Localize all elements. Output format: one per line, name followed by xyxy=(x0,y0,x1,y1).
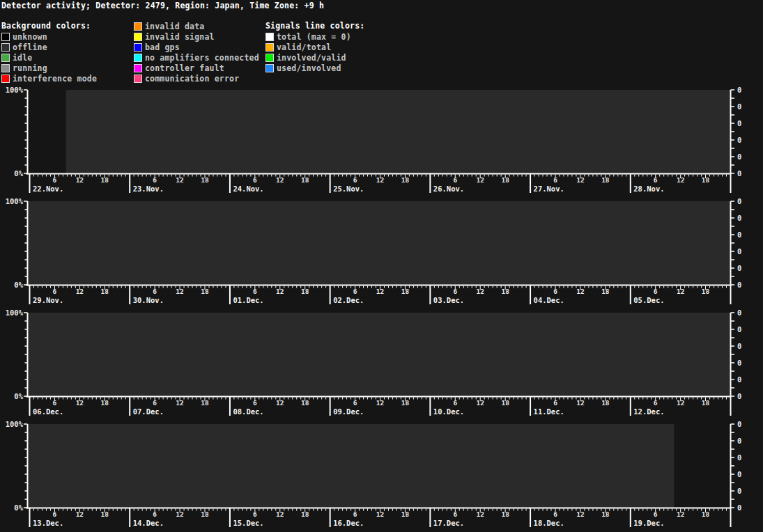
hour-label: 18 xyxy=(601,510,610,518)
background-segment-offline xyxy=(66,90,731,173)
hour-label: 12 xyxy=(276,176,284,184)
date-label: 10.Dec. xyxy=(433,407,464,416)
hour-label: 18 xyxy=(702,510,710,518)
hour-label: 18 xyxy=(101,288,109,295)
y-label-100: 100% xyxy=(6,308,24,317)
right-axis-label: 0 xyxy=(737,86,741,94)
hour-label: 6 xyxy=(553,510,557,518)
right-axis-label: 0 xyxy=(737,197,741,205)
right-axis-label: 0 xyxy=(737,230,741,239)
right-axis-label: 0 xyxy=(737,119,741,127)
legend-item-involved-valid: involved/valid xyxy=(265,52,364,63)
legend-item-invalid-signal: invalid signal xyxy=(134,31,259,42)
hour-label: 6 xyxy=(353,288,357,295)
date-label: 18.Dec. xyxy=(534,519,564,527)
color-swatch-icon xyxy=(265,33,274,41)
color-swatch-icon xyxy=(265,54,274,62)
y-label-100: 100% xyxy=(6,420,24,428)
hour-label: 6 xyxy=(553,176,557,184)
hour-label: 12 xyxy=(476,399,484,407)
legend-item-label: invalid data xyxy=(145,22,204,31)
hour-label: 18 xyxy=(101,510,109,518)
hour-label: 18 xyxy=(401,288,410,295)
date-label: 07.Dec. xyxy=(133,407,164,416)
color-swatch-icon xyxy=(134,64,142,72)
date-label: 04.Dec. xyxy=(534,296,564,304)
date-label: 03.Dec. xyxy=(433,296,464,304)
right-axis-label: 0 xyxy=(737,375,741,384)
color-swatch-icon xyxy=(134,75,142,83)
hour-label: 12 xyxy=(176,176,183,184)
legend-item-offline: offline xyxy=(1,42,97,52)
hour-label: 12 xyxy=(176,510,183,518)
right-axis-label: 0 xyxy=(737,247,741,256)
hour-label: 6 xyxy=(353,399,357,407)
hour-label: 12 xyxy=(376,288,384,295)
hour-label: 6 xyxy=(153,176,157,184)
date-label: 06.Dec. xyxy=(33,407,63,416)
hour-label: 6 xyxy=(654,176,658,184)
hour-label: 6 xyxy=(453,176,457,184)
date-label: 16.Dec. xyxy=(333,519,364,527)
hour-label: 18 xyxy=(301,399,309,407)
hour-label: 6 xyxy=(654,399,658,407)
legend-item-label: involved/valid xyxy=(277,53,346,63)
hour-label: 12 xyxy=(476,176,484,184)
hour-label: 18 xyxy=(301,176,309,184)
date-label: 09.Dec. xyxy=(333,407,364,416)
hour-label: 12 xyxy=(576,288,584,295)
date-label: 12.Dec. xyxy=(633,407,664,416)
legend-item-invalid-data: invalid data xyxy=(134,21,259,31)
legend-item-label: unknown xyxy=(13,32,47,42)
chart-row-3: 100%0%6121806.Dec.6121807.Dec.6121808.De… xyxy=(0,307,763,418)
hour-label: 12 xyxy=(76,176,84,184)
hour-label: 6 xyxy=(153,399,157,407)
legend-item-label: offline xyxy=(13,42,47,52)
hour-label: 6 xyxy=(153,288,157,295)
background-segment-unknown xyxy=(28,90,66,173)
date-label: 26.Nov. xyxy=(433,185,464,193)
right-axis-label: 0 xyxy=(737,281,741,289)
hour-label: 6 xyxy=(53,176,57,184)
hour-label: 12 xyxy=(176,288,183,295)
right-axis-label: 0 xyxy=(737,136,741,144)
hour-label: 18 xyxy=(601,288,610,295)
signals-line-colors-header: Signals line colors: xyxy=(265,21,364,31)
date-label: 05.Dec. xyxy=(633,296,664,304)
hour-label: 12 xyxy=(677,510,684,518)
hour-label: 6 xyxy=(453,399,457,407)
hour-label: 12 xyxy=(476,288,484,295)
y-label-0: 0% xyxy=(14,392,23,400)
hour-label: 6 xyxy=(253,399,257,407)
detector-activity-screen: Detector activity; Detector: 2479, Regio… xyxy=(0,0,763,532)
legend-item-interference-mode: interference mode xyxy=(1,73,97,84)
date-label: 28.Nov. xyxy=(633,185,664,193)
page-title: Detector activity; Detector: 2479, Regio… xyxy=(1,1,324,10)
legend-item-label: used/involved xyxy=(277,63,341,73)
right-axis-label: 0 xyxy=(737,308,741,317)
date-label: 02.Dec. xyxy=(333,296,364,304)
hour-label: 18 xyxy=(702,399,710,407)
right-axis-label: 0 xyxy=(737,342,741,350)
legend-item-label: communication error xyxy=(145,74,239,84)
hour-label: 12 xyxy=(76,510,84,518)
hour-label: 12 xyxy=(76,288,84,295)
color-swatch-icon xyxy=(265,43,274,52)
hour-label: 12 xyxy=(677,288,684,295)
background-segment-offline xyxy=(28,424,675,508)
hour-label: 12 xyxy=(276,510,284,518)
hour-label: 6 xyxy=(253,176,257,184)
background-segment-offline xyxy=(28,313,731,396)
date-label: 25.Nov. xyxy=(333,185,364,193)
hour-label: 12 xyxy=(376,399,384,407)
hour-label: 12 xyxy=(677,399,684,407)
y-label-100: 100% xyxy=(6,197,24,205)
right-axis-label: 0 xyxy=(737,392,741,400)
hour-label: 6 xyxy=(453,510,457,518)
hour-label: 12 xyxy=(576,510,584,518)
hour-label: 6 xyxy=(353,510,357,518)
hour-label: 18 xyxy=(501,288,509,295)
legend-item-label: bad gps xyxy=(145,42,180,52)
right-axis-label: 0 xyxy=(737,470,741,478)
date-label: 30.Nov. xyxy=(133,296,164,304)
